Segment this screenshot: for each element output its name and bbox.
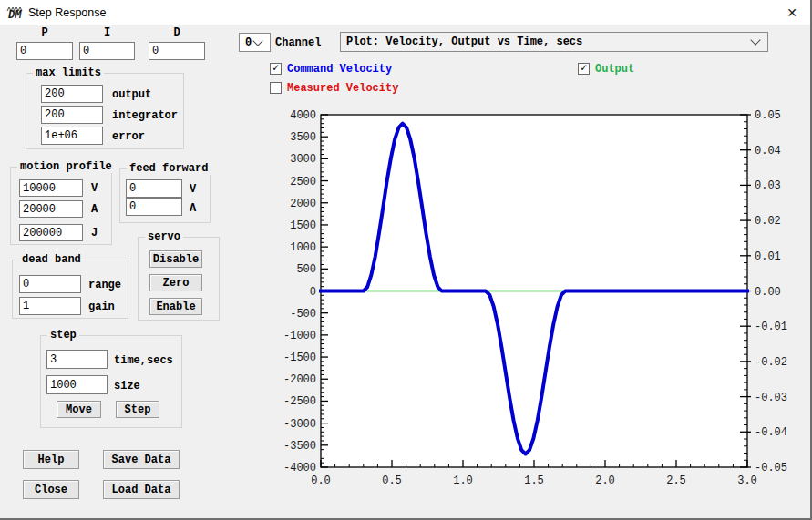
- max-error-label: error: [112, 130, 145, 143]
- motion-profile-legend: motion profile: [17, 160, 115, 173]
- servo-zero-button[interactable]: Zero: [149, 274, 202, 291]
- svg-text:0.02: 0.02: [755, 215, 781, 228]
- dead-band-group: dead band range gain: [12, 260, 128, 319]
- deadband-range-input[interactable]: [19, 275, 81, 293]
- svg-text:-3500: -3500: [283, 440, 316, 453]
- channel-label: Channel: [275, 36, 321, 49]
- motion-profile-group: motion profile V A J: [10, 167, 112, 245]
- step-size-label: size: [114, 380, 140, 393]
- feed-forward-legend: feed forward: [127, 162, 211, 175]
- motion-j-label: J: [91, 227, 98, 240]
- svg-text:-0.04: -0.04: [755, 426, 787, 439]
- command-velocity-label: Command Velocity: [287, 63, 392, 76]
- svg-text:3.0: 3.0: [737, 474, 757, 487]
- step-time-label: time,secs: [114, 354, 173, 367]
- svg-text:1000: 1000: [290, 241, 316, 254]
- plot-mode-select[interactable]: Plot: Velocity, Output vs Time, secs: [340, 32, 768, 52]
- svg-text:1.0: 1.0: [453, 474, 473, 487]
- close-button[interactable]: Close: [23, 480, 79, 499]
- max-integrator-label: integrator: [112, 109, 178, 122]
- help-button[interactable]: Help: [23, 450, 79, 469]
- i-input[interactable]: [79, 42, 135, 60]
- svg-text:2500: 2500: [290, 176, 316, 189]
- motion-j-input[interactable]: [19, 224, 83, 241]
- svg-text:2.5: 2.5: [666, 474, 686, 487]
- deadband-range-label: range: [88, 279, 121, 291]
- i-label: I: [79, 26, 135, 39]
- svg-text:-2500: -2500: [283, 395, 316, 408]
- ff-a-label: A: [190, 202, 196, 215]
- svg-text:3000: 3000: [290, 153, 316, 166]
- svg-text:-3000: -3000: [283, 418, 316, 431]
- chart-svg: 40003500300025002000150010005000-500-100…: [283, 98, 804, 499]
- measured-velocity-row: Measured Velocity: [270, 82, 398, 95]
- svg-text:1.5: 1.5: [524, 474, 544, 487]
- ff-v-input[interactable]: [126, 179, 182, 198]
- svg-text:0.03: 0.03: [755, 179, 781, 192]
- svg-text:0: 0: [310, 286, 316, 299]
- command-velocity-checkbox[interactable]: ✓: [270, 63, 282, 75]
- command-velocity-row: ✓ Command Velocity: [270, 63, 392, 76]
- step-time-input[interactable]: [46, 350, 108, 369]
- svg-text:4000: 4000: [290, 109, 316, 122]
- chevron-down-icon: [750, 35, 760, 45]
- output-checkbox[interactable]: ✓: [578, 63, 590, 75]
- max-output-label: output: [112, 88, 151, 101]
- step-group: step time,secs size Move Step: [40, 335, 182, 428]
- svg-text:0.00: 0.00: [755, 286, 781, 299]
- dead-band-legend: dead band: [19, 253, 84, 266]
- svg-text:-4000: -4000: [283, 462, 316, 474]
- svg-text:DM: DM: [8, 9, 22, 20]
- feed-forward-group: feed forward V A: [119, 168, 211, 223]
- max-error-input[interactable]: [41, 127, 103, 145]
- window-title: Step Response: [28, 6, 106, 19]
- max-integrator-input[interactable]: [41, 106, 103, 124]
- title-bar: DM Step Response: [0, 0, 810, 25]
- servo-legend: servo: [145, 230, 183, 243]
- p-input[interactable]: [16, 42, 73, 60]
- channel-select[interactable]: 0: [239, 33, 271, 52]
- output-label: Output: [595, 63, 634, 76]
- p-label: P: [16, 26, 73, 39]
- servo-enable-button[interactable]: Enable: [149, 298, 202, 315]
- d-label: D: [149, 26, 205, 39]
- svg-text:-0.05: -0.05: [755, 462, 787, 474]
- motion-v-label: V: [91, 182, 98, 195]
- channel-value: 0: [240, 36, 254, 49]
- step-response-window: { "window": { "title": "Step Response", …: [0, 0, 812, 520]
- svg-text:0.5: 0.5: [382, 474, 402, 487]
- motion-v-input[interactable]: [19, 179, 83, 197]
- svg-text:0.0: 0.0: [311, 474, 331, 487]
- svg-text:0.05: 0.05: [755, 109, 781, 122]
- chevron-down-icon: [252, 36, 262, 46]
- svg-text:-0.02: -0.02: [755, 356, 787, 369]
- max-limits-legend: max limits: [33, 66, 104, 79]
- motion-a-input[interactable]: [19, 200, 83, 218]
- svg-text:-1000: -1000: [283, 330, 316, 342]
- close-window-button[interactable]: ✕: [774, 0, 810, 25]
- d-input[interactable]: [149, 42, 205, 60]
- svg-text:-500: -500: [290, 308, 316, 321]
- max-output-input[interactable]: [41, 85, 103, 103]
- deadband-gain-label: gain: [88, 301, 115, 313]
- servo-disable-button[interactable]: Disable: [149, 250, 202, 268]
- svg-text:1500: 1500: [290, 219, 316, 232]
- move-button[interactable]: Move: [57, 401, 101, 418]
- motion-a-label: A: [91, 203, 98, 216]
- max-limits-group: max limits output integrator error: [26, 73, 184, 149]
- save-data-button[interactable]: Save Data: [103, 450, 180, 469]
- svg-text:2.0: 2.0: [595, 474, 615, 487]
- svg-text:500: 500: [296, 263, 316, 276]
- ff-a-input[interactable]: [126, 198, 182, 216]
- svg-text:-1500: -1500: [283, 352, 316, 364]
- svg-text:2000: 2000: [290, 198, 316, 210]
- load-data-button[interactable]: Load Data: [103, 480, 180, 499]
- measured-velocity-checkbox[interactable]: [270, 82, 282, 94]
- svg-text:3500: 3500: [290, 131, 316, 144]
- step-size-input[interactable]: [46, 375, 108, 394]
- svg-text:0.04: 0.04: [755, 145, 781, 158]
- deadband-gain-input[interactable]: [19, 297, 81, 315]
- step-button[interactable]: Step: [116, 401, 159, 418]
- svg-text:-0.01: -0.01: [755, 321, 787, 333]
- svg-text:-2000: -2000: [283, 373, 316, 386]
